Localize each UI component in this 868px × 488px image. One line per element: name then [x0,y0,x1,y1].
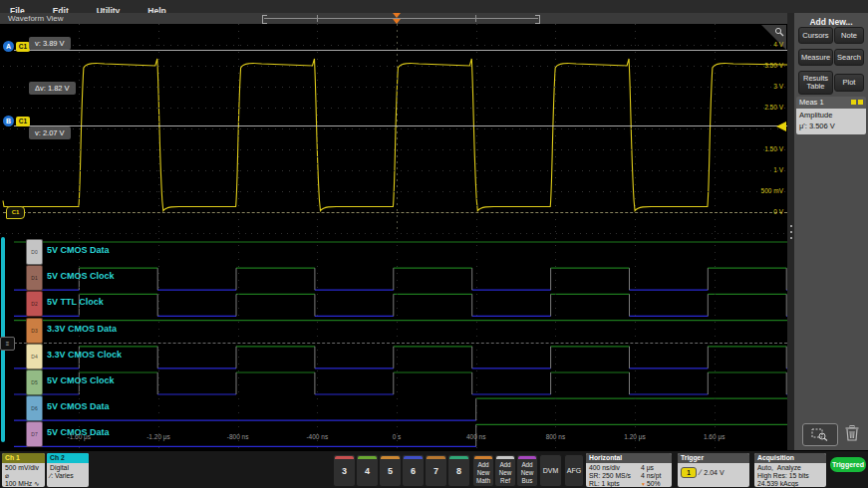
cursor-a-line[interactable] [14,50,787,51]
horizontal-overview-bar[interactable] [264,18,538,19]
digital-group-button-7[interactable]: 7 [425,454,447,487]
add-button-label: Add New Bus [517,460,537,485]
magnifier-icon [774,27,784,37]
bandwidth-icon: ∿ [34,480,40,487]
voltage-scale-label: 4 V [773,41,783,48]
trigger-position-marker-icon[interactable] [393,13,401,18]
meas-indicator-icon [858,100,863,105]
sidebar-button-cursors[interactable]: Cursors [798,27,833,44]
digital-channel-badge-d1[interactable]: D1 [26,265,43,291]
digital-channel-label: 5V CMOS Data [47,245,110,255]
sidebar-button-plot[interactable]: Plot [834,74,864,92]
sidebar-button-search[interactable]: Search [834,49,864,66]
ch1-bandwidth: 100 MHz ∿ [5,480,42,487]
gridline-vertical [158,231,159,448]
time-axis-label: 1.60 μs [698,433,731,440]
digital-group-button-8[interactable]: 8 [447,454,470,487]
sidebar-button-measure[interactable]: Measure [798,49,833,66]
ground-reference-line [3,212,787,213]
horizontal-setting: RL: 1 kpts [589,480,641,487]
digital-channel-badge-d0[interactable]: D0 [26,239,43,265]
acquisition-badge[interactable]: Acquisition Auto, AnalyzeHigh Res: 15 bi… [754,453,826,487]
cursor-b-badge[interactable]: B [3,116,14,126]
overview-tick [317,15,318,22]
gridline-vertical [635,231,636,448]
digital-group-handle[interactable]: ≡ [0,337,15,351]
digital-group-button-5[interactable]: 5 [379,454,402,487]
gridline-horizontal [3,66,787,67]
digital-channel-badge-d3[interactable]: D3 [26,318,43,344]
ch1-ground-badge[interactable]: C1 [6,206,25,219]
channel-button-label: 7 [426,459,446,483]
measurement-badge-header: Meas 1 [796,97,866,109]
cursor-delta-readout[interactable]: Δv: 1.82 V [29,82,76,95]
time-axis-label: 800 ns [538,433,572,440]
time-axis-label: -800 ns [221,433,255,440]
cursor-b-line[interactable] [14,125,787,126]
overview-left-bracket [262,15,267,24]
acquisition-header: Acquisition [754,453,826,463]
trigger-badge[interactable]: Trigger 1 ∕ 2.04 V [678,453,749,487]
digital-group-button-6[interactable]: 6 [402,454,425,487]
measurement-badge[interactable]: Meas 1 Amplitude μ': 3.506 V [796,97,866,134]
trigger-source-badge: 1 [681,467,697,478]
digital-area[interactable]: ≡ D05V CMOS DataD15V CMOS ClockD25V TTL … [0,231,787,448]
gridline-vertical [317,231,318,448]
add-new-ref-button[interactable]: Add New Ref [494,454,516,487]
zoom-box-icon [811,428,829,441]
ch1-badge[interactable]: Ch 1 500 mV/div ⌀ 100 MHz ∿ [2,453,45,487]
time-axis-label: 1.20 μs [618,433,652,440]
afg-button[interactable]: AFG [564,454,584,487]
sidebar-button-results-table[interactable]: Results Table [798,71,833,95]
cursor-a-readout[interactable]: v: 3.89 V [29,37,71,50]
digital-group-button-3[interactable]: 3 [333,454,356,487]
channel-button-label: 4 [357,459,378,483]
add-button-label: Add New Ref [495,460,515,485]
dvm-button[interactable]: DVM [539,454,562,487]
waveform-view-header: Waveform View [0,13,794,24]
cursor-b-readout[interactable]: v: 2.07 V [29,126,71,139]
gridline-vertical [238,231,239,448]
voltage-scale-label: 500 mV [761,187,783,194]
add-new-bus-button[interactable]: Add New Bus [516,454,538,487]
add-new-math-button[interactable]: Add New Math [472,454,494,487]
time-axis-label: -1.20 μs [142,433,175,440]
oscilloscope-app: FileEditUtilityHelp Waveform View T A C1… [0,0,868,488]
digital-channel-label: 5V CMOS Clock [47,271,115,281]
measurement-value: μ': 3.506 V [799,122,863,132]
trigger-settings: 1 ∕ 2.04 V [678,463,749,482]
digital-channel-badge-d2[interactable]: D2 [26,291,43,317]
time-axis-label: -1.60 μs [62,433,96,440]
waveform-view: Waveform View T A C1 v: 3.89 V Δv: 1.82 … [0,13,794,450]
time-axis-label: 0 s [380,433,414,440]
gridline-horizontal [3,191,787,192]
digital-channel-label: 5V CMOS Clock [47,375,115,385]
gridline-horizontal [3,128,787,129]
trash-button[interactable] [844,424,860,442]
add-color-stripe [474,456,492,459]
gridline-horizontal [3,170,787,171]
gridline-vertical [476,231,477,448]
channel-button-label: 3 [334,459,355,483]
ch2-badge[interactable]: Ch 2 Digital ∕: Varies [47,453,89,487]
zoom-box-button[interactable] [802,423,838,446]
digital-channel-badge-d7[interactable]: D7 [26,421,43,447]
trigger-level-arrow-icon[interactable] [776,122,786,131]
horizontal-badge[interactable]: Horizontal 400 ns/div4 μsSR: 250 MS/s4 n… [586,453,672,487]
splitter-dot[interactable] [790,225,792,227]
horizontal-value: ▼50% [641,480,669,487]
digital-group-button-4[interactable]: 4 [356,454,379,487]
splitter-dot[interactable] [790,231,792,233]
sidebar-button-note[interactable]: Note [834,27,864,44]
acquisition-setting: 24.539 kAcqs [757,480,823,487]
digital-channel-badge-d5[interactable]: D5 [26,369,43,395]
add-color-stripe [496,456,514,459]
digital-channel-badge-d4[interactable]: D4 [26,344,43,369]
probe-icon: ⌀ [5,472,42,480]
digital-channel-badge-d6[interactable]: D6 [26,395,43,421]
splitter-dot[interactable] [790,237,792,239]
cursor-a-badge[interactable]: A [3,41,14,52]
horizontal-setting: SR: 250 MS/s [589,472,641,480]
analog-area[interactable]: A C1 v: 3.89 V Δv: 1.82 V B C1 v: 2.07 V… [0,24,787,229]
trash-icon [844,424,860,442]
